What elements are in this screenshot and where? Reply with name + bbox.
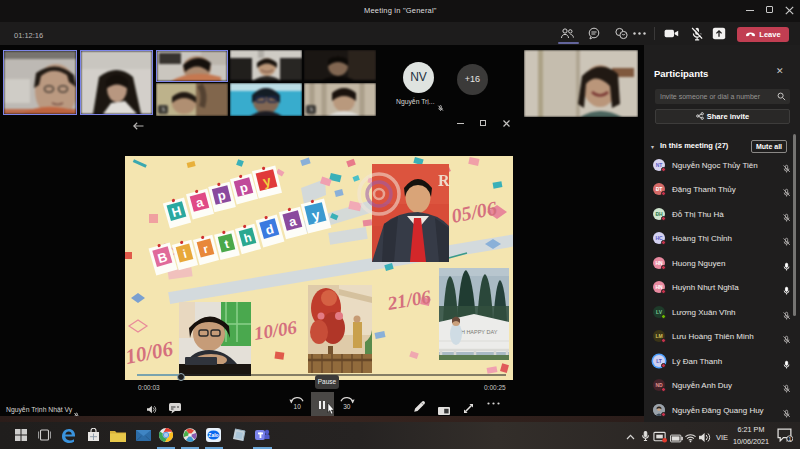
svg-text:30: 30: [343, 403, 351, 410]
svg-text:OH HAPPY DAY: OH HAPPY DAY: [457, 329, 498, 335]
svg-text:Zalo: Zalo: [208, 432, 218, 438]
svg-text:R: R: [438, 172, 450, 189]
svg-text:1: 1: [788, 436, 791, 442]
svg-text:10: 10: [294, 403, 302, 410]
